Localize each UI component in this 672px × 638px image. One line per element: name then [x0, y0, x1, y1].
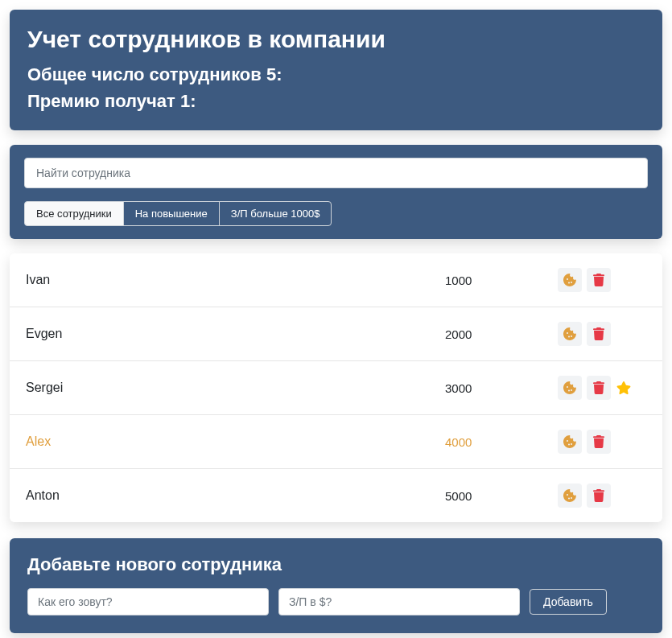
- add-employee-panel: Добавьте нового сотрудника Добавить: [10, 538, 662, 633]
- delete-button[interactable]: [587, 430, 611, 454]
- employee-name[interactable]: Sergei: [26, 381, 445, 395]
- employee-actions: [558, 484, 646, 508]
- trash-icon: [592, 327, 605, 340]
- filter-button-1[interactable]: На повышение: [123, 201, 220, 226]
- search-panel: Все сотрудникиНа повышениеЗ/П больше 100…: [10, 145, 662, 239]
- filter-button-2[interactable]: З/П больше 1000$: [219, 201, 332, 226]
- trash-icon: [592, 381, 605, 394]
- filter-button-0[interactable]: Все сотрудники: [24, 201, 124, 226]
- employee-salary[interactable]: 1000: [445, 274, 558, 287]
- trash-icon: [592, 489, 605, 502]
- employee-actions: [558, 376, 646, 400]
- employee-name[interactable]: Evgen: [26, 327, 445, 341]
- add-salary-input[interactable]: [278, 588, 520, 615]
- delete-button[interactable]: [587, 322, 611, 346]
- increase-button[interactable]: [558, 484, 582, 508]
- cookie-icon: [563, 274, 576, 286]
- employee-salary[interactable]: 4000: [445, 435, 558, 449]
- add-name-input[interactable]: [27, 588, 269, 615]
- increase-button[interactable]: [558, 268, 582, 292]
- increase-button[interactable]: [558, 376, 582, 400]
- employee-actions: [558, 268, 646, 292]
- employee-row: Sergei3000: [10, 361, 662, 415]
- employee-name[interactable]: Anton: [26, 488, 445, 503]
- cookie-icon: [563, 489, 576, 502]
- star-icon: [616, 381, 631, 395]
- delete-button[interactable]: [587, 484, 611, 508]
- rise-star: [616, 434, 632, 450]
- add-submit-button[interactable]: Добавить: [530, 589, 607, 615]
- bonus-employees-label: Премию получат 1:: [27, 88, 645, 114]
- search-input[interactable]: [24, 158, 648, 188]
- rise-star: [616, 488, 632, 504]
- filter-button-group: Все сотрудникиНа повышениеЗ/П больше 100…: [24, 201, 332, 226]
- delete-button[interactable]: [587, 376, 611, 400]
- employee-row: Anton5000: [10, 469, 662, 522]
- add-employee-form: Добавить: [27, 588, 645, 615]
- employee-list: Ivan1000Evgen2000Sergei3000Alex4000Anton…: [10, 253, 662, 522]
- add-employee-title: Добавьте нового сотрудника: [27, 554, 645, 575]
- rise-star: [616, 380, 632, 396]
- employee-name[interactable]: Ivan: [26, 273, 445, 287]
- employee-actions: [558, 322, 646, 346]
- increase-button[interactable]: [558, 430, 582, 454]
- employee-name[interactable]: Alex: [26, 434, 445, 449]
- cookie-icon: [563, 381, 576, 394]
- employee-salary[interactable]: 3000: [445, 381, 558, 395]
- cookie-icon: [563, 435, 576, 448]
- delete-button[interactable]: [587, 268, 611, 292]
- employee-row: Evgen2000: [10, 307, 662, 361]
- increase-button[interactable]: [558, 322, 582, 346]
- employee-salary[interactable]: 5000: [445, 489, 558, 503]
- employee-salary[interactable]: 2000: [445, 327, 558, 341]
- cookie-icon: [563, 327, 576, 340]
- app-title: Учет сотрудников в компании: [27, 26, 645, 53]
- total-employees-label: Общее число сотрудников 5:: [27, 61, 645, 88]
- employee-row: Ivan1000: [10, 253, 662, 307]
- employee-row: Alex4000: [10, 415, 662, 469]
- rise-star: [616, 272, 632, 288]
- header-panel: Учет сотрудников в компании Общее число …: [10, 10, 662, 130]
- employee-actions: [558, 430, 646, 454]
- trash-icon: [592, 274, 605, 286]
- trash-icon: [592, 435, 605, 448]
- rise-star: [616, 326, 632, 342]
